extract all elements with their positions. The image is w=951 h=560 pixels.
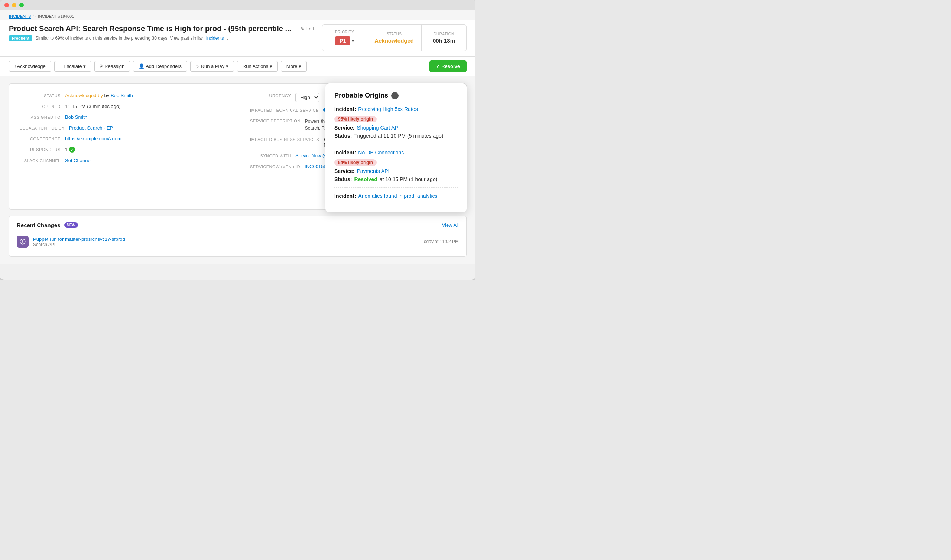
po-incident-3-link[interactable]: Anomalies found in prod_analytics — [358, 193, 437, 199]
breadcrumb-current: INCIDENT #194001 — [38, 14, 74, 18]
po-status-2-label: Status: — [334, 176, 352, 182]
new-badge: NEW — [64, 222, 78, 228]
po-status-1-text: Triggered at 11:10 PM (5 minutes ago) — [354, 133, 443, 139]
view-all-link[interactable]: View All — [442, 222, 459, 228]
status-user-link[interactable]: Bob Smith — [111, 93, 133, 98]
recent-changes-header: Recent Changes NEW View All — [17, 222, 459, 228]
po-service-2-label: Service: — [334, 168, 354, 174]
escalation-row: ESCALATION POLICY Product Search - EP — [20, 125, 238, 131]
priority-value: P1 — [335, 36, 350, 45]
probable-origins-panel: Probable Origins i Incident: Receiving H… — [326, 83, 466, 212]
po-likely-1-badge: 95% likely origin — [334, 116, 377, 123]
frequent-badge: Frequent — [9, 35, 32, 41]
responders-row: RESPONDERS 1 ✓ — [20, 146, 238, 152]
app-window: INCIDENTS > INCIDENT #194001 Product Sea… — [0, 0, 475, 280]
synced-key: SYNCED WITH — [250, 153, 291, 158]
po-service-1-label: Service: — [334, 125, 354, 131]
po-status-2-text: at 10:15 PM (1 hour ago) — [380, 176, 438, 182]
recent-title-row: Recent Changes NEW — [17, 222, 78, 228]
duration-label: DURATION — [434, 32, 454, 36]
status-panel: STATUS Acknowledged — [367, 25, 421, 51]
detail-left: STATUS Acknowledged by by Bob Smith OPEN… — [20, 91, 238, 176]
breadcrumb-incidents[interactable]: INCIDENTS — [9, 14, 31, 18]
resolve-button[interactable]: ✓ Resolve — [429, 60, 466, 72]
duration-panel: DURATION 00h 18m — [421, 25, 466, 51]
similar-incidents-link[interactable]: incidents — [206, 35, 224, 41]
opened-key: OPENED — [20, 103, 60, 109]
po-title: Probable Origins — [334, 92, 388, 100]
info-icon[interactable]: i — [391, 92, 398, 100]
assigned-key: ASSIGNED TO — [20, 114, 60, 120]
slack-val[interactable]: Set Channel — [65, 158, 238, 163]
po-status-1-row: Status: Triggered at 11:10 PM (5 minutes… — [334, 133, 458, 139]
main-body: STATUS Acknowledged by by Bob Smith OPEN… — [0, 76, 475, 264]
responders-check: 1 ✓ — [65, 146, 75, 152]
po-origin-1: Incident: Receiving High 5xx Rates 95% l… — [334, 106, 458, 139]
escalate-button[interactable]: ↑ Escalate ▾ — [54, 61, 92, 72]
fullscreen-button[interactable] — [19, 3, 24, 8]
po-service-1-row: Service: Shopping Cart API — [334, 125, 458, 131]
po-incident-2-label: Incident: — [334, 149, 356, 155]
escalation-val[interactable]: Product Search - EP — [69, 125, 238, 131]
po-likely-2-badge: 54% likely origin — [334, 159, 377, 166]
edit-button[interactable]: ✎ Edit — [298, 25, 316, 32]
po-service-2-link[interactable]: Payments API — [357, 168, 389, 174]
po-divider-2 — [334, 188, 458, 188]
breadcrumb-separator: > — [33, 14, 35, 18]
status-value: Acknowledged — [374, 37, 414, 44]
po-incident-3-row: Incident: Anomalies found in prod_analyt… — [334, 193, 458, 199]
responders-count: 1 — [65, 147, 68, 152]
priority-label: PRIORITY — [335, 30, 354, 34]
add-responders-button[interactable]: 👤 Add Responders — [133, 61, 187, 72]
conference-val[interactable]: https://example.com/zoom — [65, 136, 238, 142]
po-incident-1-label: Incident: — [334, 106, 356, 112]
po-incident-1-link[interactable]: Receiving High 5xx Rates — [358, 106, 418, 112]
change-item: Puppet run for master-prdsrchsvc17-sfpro… — [17, 233, 459, 251]
status-val: Acknowledged by by Bob Smith — [65, 93, 238, 98]
po-status-1-label: Status: — [334, 133, 352, 139]
page-content: INCIDENTS > INCIDENT #194001 Product Sea… — [0, 11, 475, 264]
responders-check-icon: ✓ — [69, 146, 75, 152]
status-label: STATUS — [387, 32, 402, 36]
po-divider-1 — [334, 144, 458, 145]
close-button[interactable] — [5, 3, 9, 8]
po-incident-3-label: Incident: — [334, 193, 356, 199]
duration-value: 00h 18m — [433, 37, 455, 44]
more-button[interactable]: More ▾ — [281, 61, 307, 72]
opened-row: OPENED 11:15 PM (3 minutes ago) — [20, 103, 238, 109]
po-origin-2: Incident: No DB Connections 54% likely o… — [334, 149, 458, 182]
status-key: STATUS — [20, 93, 60, 98]
urgency-key: URGENCY — [250, 93, 291, 98]
reassign-button[interactable]: ⎗ Reassign — [94, 61, 130, 72]
assigned-val[interactable]: Bob Smith — [65, 114, 238, 120]
po-incident-1-row: Incident: Receiving High 5xx Rates — [334, 106, 458, 112]
run-actions-button[interactable]: Run Actions ▾ — [237, 61, 278, 72]
po-incident-2-row: Incident: No DB Connections — [334, 149, 458, 155]
change-name[interactable]: Puppet run for master-prdsrchsvc17-sfpro… — [33, 236, 417, 242]
minimize-button[interactable] — [12, 3, 16, 8]
urgency-select[interactable]: High Low — [295, 93, 320, 102]
servicenow-key: SERVICENOW (VEN ) ID — [250, 164, 300, 169]
po-status-2-resolved: Resolved — [354, 176, 377, 182]
recent-changes-title: Recent Changes — [17, 222, 60, 228]
service-desc-key: SERVICE DESCRIPTION — [250, 118, 301, 123]
priority-chevron: ▾ — [352, 38, 354, 43]
impacted-biz-key: IMPACTED BUSINESS SERVICES — [250, 137, 319, 142]
conference-key: CONFERENCE — [20, 136, 60, 141]
po-service-2-row: Service: Payments API — [334, 168, 458, 174]
responders-key: RESPONDERS — [20, 146, 60, 152]
acknowledge-button[interactable]: ! Acknowledge — [9, 61, 51, 72]
priority-panel: PRIORITY P1 ▾ — [323, 25, 367, 51]
slack-row: SLACK CHANNEL Set Channel — [20, 158, 238, 163]
action-bar: ! Acknowledge ↑ Escalate ▾ ⎗ Reassign 👤 … — [0, 57, 475, 76]
conference-row: CONFERENCE https://example.com/zoom — [20, 136, 238, 142]
impacted-tech-key: IMPACTED TECHNICAL SERVICE — [250, 107, 319, 112]
po-incident-2-link[interactable]: No DB Connections — [358, 149, 404, 155]
run-play-button[interactable]: ▷ Run a Play ▾ — [190, 61, 234, 72]
title-row: Product Search API: Search Response Time… — [9, 25, 316, 33]
po-service-1-link[interactable]: Shopping Cart API — [357, 125, 399, 131]
header-main: Product Search API: Search Response Time… — [9, 25, 316, 41]
po-header: Probable Origins i — [334, 92, 458, 100]
priority-dropdown[interactable]: P1 ▾ — [333, 35, 355, 46]
breadcrumb: INCIDENTS > INCIDENT #194001 — [0, 11, 475, 20]
